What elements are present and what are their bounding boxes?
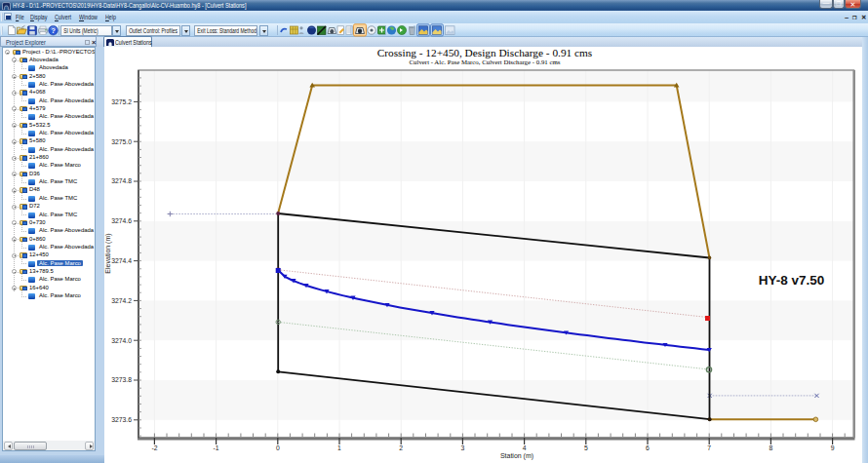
svg-text:6: 6 bbox=[646, 444, 650, 451]
svg-text:?: ? bbox=[51, 26, 56, 35]
svg-text:3274.6: 3274.6 bbox=[111, 217, 132, 224]
svg-text:Culvert - Alc. Pase Marco, Cul: Culvert - Alc. Pase Marco, Culvert Disch… bbox=[410, 58, 561, 65]
svg-text:Elevation (m): Elevation (m) bbox=[104, 233, 112, 273]
svg-text:3275.0: 3275.0 bbox=[111, 138, 132, 145]
svg-text:3274.0: 3274.0 bbox=[111, 337, 132, 344]
svg-text:3273.8: 3273.8 bbox=[111, 376, 132, 383]
svg-text:Crossing - 12+450, Design Disc: Crossing - 12+450, Design Discharge - 0.… bbox=[377, 47, 592, 58]
svg-text:-1: -1 bbox=[214, 444, 219, 451]
svg-text:3274.8: 3274.8 bbox=[111, 177, 132, 184]
svg-text:1: 1 bbox=[337, 444, 341, 451]
svg-text:-2: -2 bbox=[151, 444, 157, 451]
svg-text:9: 9 bbox=[831, 444, 835, 451]
svg-text:0: 0 bbox=[276, 444, 280, 451]
svg-text:7: 7 bbox=[707, 444, 711, 451]
svg-text:2: 2 bbox=[399, 444, 403, 451]
svg-text:3: 3 bbox=[461, 444, 465, 451]
svg-text:4: 4 bbox=[523, 444, 527, 451]
svg-text:3275.2: 3275.2 bbox=[111, 98, 132, 105]
svg-text:3274.4: 3274.4 bbox=[111, 257, 132, 264]
svg-text:Station (m): Station (m) bbox=[500, 452, 533, 460]
svg-text:8: 8 bbox=[769, 444, 773, 451]
svg-text:3274.2: 3274.2 bbox=[111, 297, 132, 304]
svg-text:HY-8 v7.50: HY-8 v7.50 bbox=[759, 273, 825, 288]
svg-text:3273.6: 3273.6 bbox=[111, 416, 132, 423]
svg-text:5: 5 bbox=[584, 444, 588, 451]
